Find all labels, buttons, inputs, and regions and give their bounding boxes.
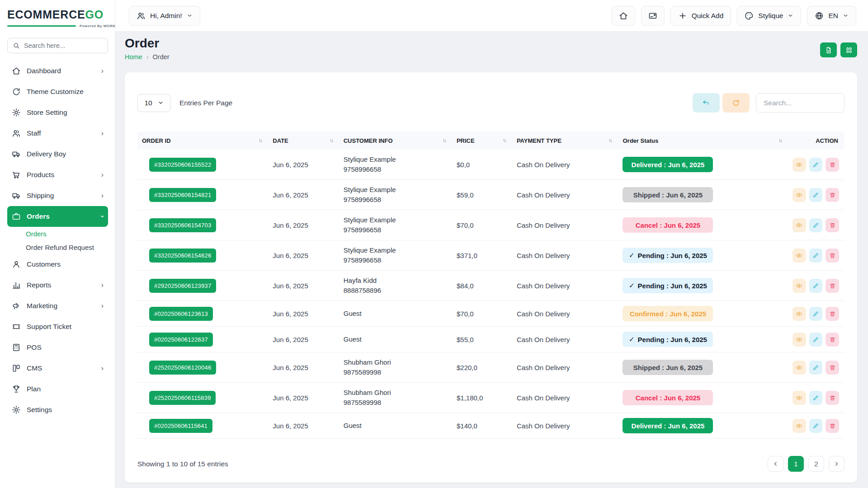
view-order-button[interactable]: [793, 218, 806, 232]
view-order-button[interactable]: [793, 391, 806, 405]
order-id-badge[interactable]: #2920250606123937: [149, 279, 216, 293]
grid-view-button[interactable]: [840, 42, 857, 57]
edit-order-button[interactable]: [809, 419, 823, 433]
sort-icon[interactable]: [329, 138, 335, 144]
theme-select-button[interactable]: Stylique: [737, 6, 801, 26]
delete-order-button[interactable]: [826, 158, 839, 172]
pagination-next-button[interactable]: [829, 456, 844, 472]
order-id-badge[interactable]: #020250606122637: [149, 333, 213, 347]
undo-button[interactable]: [693, 93, 720, 113]
sidebar-item[interactable]: Theme Customize: [7, 81, 108, 102]
language-select-button[interactable]: EN: [807, 6, 856, 26]
column-header[interactable]: PRICE: [452, 131, 512, 150]
payment-type-cell: Cash On Delivery: [512, 413, 618, 439]
order-id-cell: #020250606115641: [137, 413, 268, 439]
delete-order-button[interactable]: [826, 188, 839, 202]
view-order-button[interactable]: [793, 333, 806, 347]
sort-icon[interactable]: [502, 138, 508, 144]
view-order-button[interactable]: [793, 307, 806, 321]
page-button[interactable]: 2: [808, 456, 824, 472]
sidebar-search[interactable]: [7, 38, 108, 53]
delete-order-button[interactable]: [826, 249, 839, 263]
sidebar-item[interactable]: Order Refund Request: [7, 240, 108, 254]
delete-order-button[interactable]: [826, 391, 839, 405]
sort-icon[interactable]: [778, 138, 783, 144]
refresh-button[interactable]: [722, 93, 750, 113]
breadcrumb-home-link[interactable]: Home: [125, 53, 142, 61]
sort-icon[interactable]: [442, 138, 448, 144]
sidebar-item[interactable]: Settings: [7, 399, 108, 420]
order-id-badge[interactable]: #3320250606155522: [149, 158, 216, 172]
table-search-input[interactable]: [756, 93, 844, 113]
order-id-badge[interactable]: #3320250606154626: [149, 249, 216, 263]
delete-order-button[interactable]: [826, 279, 839, 293]
sidebar-item[interactable]: POS: [7, 337, 108, 358]
sidebar-item[interactable]: Staff: [7, 123, 108, 144]
order-id-badge[interactable]: #3320250606154821: [149, 188, 216, 202]
order-id-badge[interactable]: #3320250606154703: [149, 218, 216, 232]
edit-order-button[interactable]: [809, 307, 823, 321]
brand-logo-accent: GO: [85, 8, 104, 21]
edit-order-button[interactable]: [809, 158, 823, 172]
sidebar-item[interactable]: Plan: [7, 379, 108, 399]
column-header[interactable]: ORDER ID: [137, 131, 268, 150]
sidebar-item[interactable]: Dashboard: [7, 61, 108, 81]
theme-name: Stylique: [758, 12, 783, 20]
sort-icon[interactable]: [608, 138, 613, 144]
order-id-badge[interactable]: #2520250606120046: [149, 361, 216, 375]
delete-order-button[interactable]: [826, 218, 839, 232]
sidebar-item[interactable]: Reports: [7, 275, 108, 296]
edit-order-button[interactable]: [809, 218, 823, 232]
sort-icon[interactable]: [258, 138, 264, 144]
column-header[interactable]: PAYMENT TYPE: [512, 131, 618, 150]
sidebar-search-input[interactable]: [24, 42, 103, 49]
delete-order-button[interactable]: [826, 307, 839, 321]
admin-menu-button[interactable]: Hi, Admin!: [129, 6, 200, 26]
view-order-button[interactable]: [793, 419, 806, 433]
edit-order-button[interactable]: [809, 333, 823, 347]
edit-order-button[interactable]: [809, 361, 823, 375]
entries-per-page-select[interactable]: 10: [137, 94, 170, 112]
pagination-prev-button[interactable]: [768, 456, 783, 472]
sidebar-item[interactable]: CMS: [7, 358, 108, 379]
delete-order-button[interactable]: [826, 361, 839, 375]
edit-order-button[interactable]: [809, 391, 823, 405]
payment-type-cell: Cash On Delivery: [512, 352, 618, 383]
sidebar-item[interactable]: Orders: [7, 206, 108, 227]
view-order-button[interactable]: [793, 158, 806, 172]
check-icon: [629, 282, 635, 290]
sidebar-item[interactable]: Products: [7, 164, 108, 185]
export-button[interactable]: [820, 42, 837, 57]
plan-trophy-icon: [12, 385, 21, 394]
payment-type-cell: Cash On Delivery: [512, 301, 618, 327]
quick-add-button[interactable]: Quick Add: [670, 6, 731, 26]
sidebar-item[interactable]: Customers: [7, 254, 108, 275]
page-button[interactable]: 1: [788, 456, 804, 472]
column-header[interactable]: ACTION: [788, 131, 844, 150]
home-button[interactable]: [612, 6, 635, 26]
delete-order-button[interactable]: [826, 419, 839, 433]
sidebar-item[interactable]: Store Setting: [7, 102, 108, 123]
customer-cell: Hayfa Kidd 8888758896: [339, 271, 452, 301]
column-header[interactable]: CUSTOMER INFO: [339, 131, 452, 150]
view-order-button[interactable]: [793, 188, 806, 202]
sidebar-item[interactable]: Support Ticket: [7, 316, 108, 337]
column-header[interactable]: DATE: [268, 131, 339, 150]
messages-button[interactable]: [641, 6, 665, 26]
edit-order-button[interactable]: [809, 279, 823, 293]
view-order-button[interactable]: [793, 279, 806, 293]
edit-order-button[interactable]: [809, 249, 823, 263]
brand-logo[interactable]: ECOMMERCE GO: [7, 8, 108, 21]
view-order-button[interactable]: [793, 249, 806, 263]
order-id-badge[interactable]: #020250606123613: [149, 307, 213, 321]
delete-order-button[interactable]: [826, 333, 839, 347]
order-id-badge[interactable]: #2520250606115839: [149, 391, 216, 405]
view-order-button[interactable]: [793, 361, 806, 375]
sidebar-item[interactable]: Delivery Boy: [7, 144, 108, 164]
sidebar-item[interactable]: Orders: [7, 227, 108, 240]
sidebar-item[interactable]: Shipping: [7, 185, 108, 206]
edit-order-button[interactable]: [809, 188, 823, 202]
column-header[interactable]: Order Status: [618, 131, 788, 150]
sidebar-item[interactable]: Marketing: [7, 296, 108, 316]
order-id-badge[interactable]: #020250606115641: [149, 419, 212, 433]
